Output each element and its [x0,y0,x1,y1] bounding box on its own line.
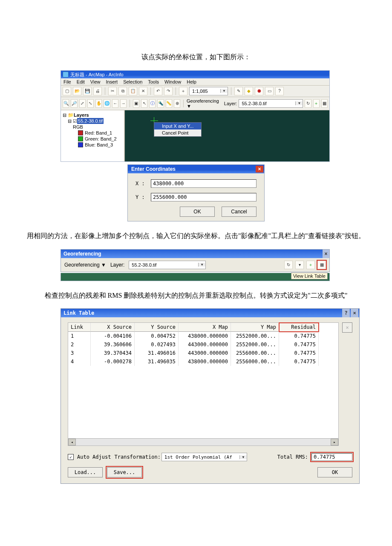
editor-toolbar-icon[interactable]: ✎ [234,87,243,95]
table-row[interactable]: 4-0.00027831.496035438000.0000002556000.… [68,357,338,366]
georef-rotate-icon[interactable]: ↻ [305,99,311,108]
toc-layer-selected[interactable]: 55.2-38.0.tif [77,118,104,124]
table-row[interactable]: 239.3606060.027493443000.0000002552000.0… [68,340,338,349]
add-data-icon[interactable]: ＋ [179,87,187,95]
chevron-down-icon[interactable] [239,455,247,459]
close-icon[interactable]: × [351,309,358,317]
scroll-left-icon[interactable]: ◂ [68,439,76,445]
red-swatch-icon [78,130,83,135]
full-extent-icon[interactable]: 🌐 [104,99,110,108]
close-icon[interactable]: × [256,166,263,172]
delete-icon[interactable]: ✕ [139,87,147,95]
load-button[interactable]: Load... [68,467,103,477]
transformation-label: Transformation: [114,454,160,460]
arccatalog-icon[interactable]: ◆ [245,87,253,95]
fwd-extent-icon[interactable]: → [120,99,127,108]
link-table-scrollbar[interactable]: ◂ ▸ [68,438,338,445]
menu-view[interactable]: View [90,79,101,84]
col-link[interactable]: Link [68,323,91,332]
link-table-grid[interactable]: Link X Source Y Source X Map Y Map Resid… [68,322,339,446]
arctoolbox-icon[interactable]: ⬣ [255,87,263,95]
find-icon[interactable]: 🔦 [157,99,164,108]
cancel-button[interactable]: Cancel [222,207,257,217]
command-line-icon[interactable]: ▭ [265,87,274,95]
map-view[interactable]: Input X and Y... Cancel Point [124,110,329,161]
close-icon[interactable]: × [323,250,329,258]
georef-add-point-icon[interactable]: ＋ [306,261,315,269]
georef-layer-combo-2[interactable]: 55.2-38.0.tif [129,261,206,269]
transformation-combo[interactable]: 1st Order Polynomial (Af [161,453,247,461]
col-xmap[interactable]: X Map [179,323,231,332]
table-cell: 2552000.00... [231,332,279,340]
menu-help[interactable]: Help [187,79,196,84]
menu-edit[interactable]: Edit [77,79,85,84]
menu-selection[interactable]: Selection [123,79,142,84]
georef-layer-combo[interactable]: 55.2-38.0.tif [239,99,303,108]
auto-adjust-checkbox[interactable]: ✓ [68,454,74,460]
cut-icon[interactable]: ✂ [108,87,117,95]
table-cell: 0.004752 [135,332,179,340]
pan-icon[interactable]: ✋ [95,99,102,108]
link-table-dialog: Link Table ? × Link X Source Y Source X … [61,308,360,484]
x-label: X : [135,181,151,187]
table-cell: 3 [68,349,91,357]
identify-icon[interactable]: ⓘ [149,99,156,108]
col-ymap[interactable]: Y Map [231,323,279,332]
zoom-in-icon[interactable]: 🔍 [63,99,69,108]
table-of-contents[interactable]: ⊟ 📁 Layers ⊟ ☑ 55.2-38.0.tif RGB Red: Ba… [61,110,124,161]
col-residual[interactable]: Residual [279,323,319,332]
georef-linktable-icon[interactable]: ▦ [321,99,328,108]
georef-menu-button[interactable]: Georeferencing ▼ [64,262,106,268]
new-doc-icon[interactable]: ▢ [63,87,71,95]
redo-icon[interactable]: ↷ [164,87,173,95]
y-input[interactable] [151,193,257,201]
col-xsource[interactable]: X Source [91,323,135,332]
table-row[interactable]: 339.37043431.496016443000.0000002556000.… [68,349,338,357]
view-link-table-button[interactable]: ▦ [317,261,326,269]
save-icon[interactable]: 💾 [83,87,92,95]
back-extent-icon[interactable]: ← [112,99,118,108]
georeferencing-menu[interactable]: Georeferencing ▼ [187,98,219,109]
scale-combo[interactable]: 1:1,085 [189,87,228,95]
select-elements-icon[interactable]: ↖ [141,99,147,108]
whats-this-icon[interactable]: ? [275,87,284,95]
x-input[interactable] [151,179,257,188]
xy-icon[interactable]: ⊕ [174,99,180,108]
fixed-zoom-out-icon[interactable]: ⤡ [87,99,94,108]
measure-icon[interactable]: 📏 [166,99,172,108]
table-row[interactable]: 1-0.0041060.004752438000.0000002552000.0… [68,332,338,340]
select-features-icon[interactable]: ▣ [133,99,139,108]
menu-file[interactable]: File [63,79,71,84]
help-icon[interactable]: ? [342,309,350,317]
print-icon[interactable]: 🖨 [93,87,102,95]
chevron-down-icon[interactable] [198,263,205,267]
toc-layers-root[interactable]: Layers [74,112,89,118]
ok-button[interactable]: OK [317,467,352,477]
chevron-down-icon[interactable]: ▾ [295,261,304,269]
undo-icon[interactable]: ↶ [154,87,162,95]
ok-button[interactable]: OK [180,207,215,217]
menu-window[interactable]: Window [164,79,181,84]
georef-rotate-icon[interactable]: ↻ [284,261,293,269]
chevron-down-icon[interactable] [295,101,303,105]
zoom-out-icon[interactable]: 🔎 [71,99,77,108]
total-rms-value: 0.74775 [311,453,352,461]
menu-tools[interactable]: Tools [148,79,159,84]
copy-icon[interactable]: ⧉ [118,87,127,95]
menu-insert[interactable]: Insert [106,79,118,84]
paste-icon[interactable]: 📋 [129,87,137,95]
fixed-zoom-in-icon[interactable]: ⤢ [79,99,86,108]
col-ysource[interactable]: Y Source [135,323,179,332]
open-icon[interactable]: 📂 [73,87,81,95]
ctx-cancel-point[interactable]: Cancel Point [154,129,201,136]
y-label: Y : [135,194,151,200]
save-button[interactable]: Save... [107,467,142,477]
georef-add-point-icon[interactable]: ＋ [313,99,320,108]
ctx-input-xy[interactable]: Input X and Y... [154,123,201,129]
delete-link-button[interactable]: × [342,322,352,333]
scroll-right-icon[interactable]: ▸ [331,439,338,445]
table-cell: 443000.000000 [179,340,231,349]
arcmap-menubar[interactable]: File Edit View Insert Selection Tools Wi… [61,78,329,86]
chevron-down-icon[interactable] [220,89,228,93]
table-cell: 2552000.00... [231,340,279,349]
